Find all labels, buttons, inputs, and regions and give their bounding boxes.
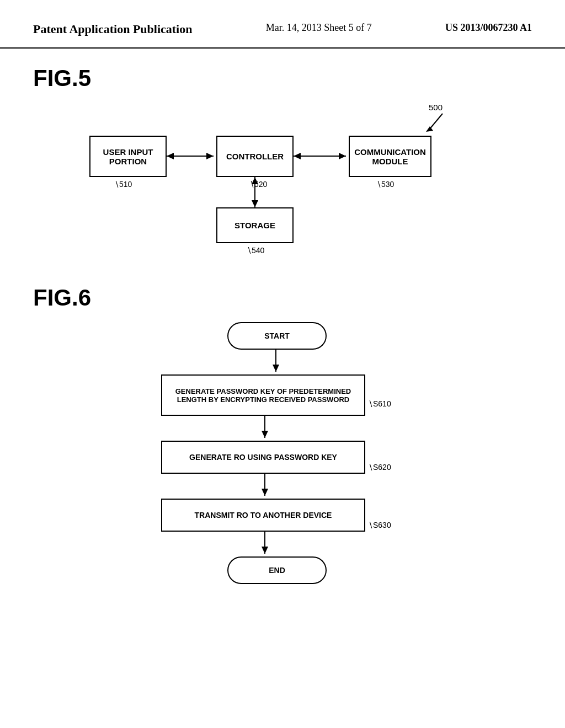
svg-marker-6 — [339, 153, 346, 159]
user-input-box: USER INPUTPORTION — [89, 136, 167, 177]
arrow-start-step1 — [270, 350, 281, 374]
arrow-user-controller — [167, 152, 216, 163]
step2-box: GENERATE RO USING PASSWORD KEY — [161, 441, 365, 474]
fig6-diagram: START GENERATE PASSWORD KEY OF PREDETERM… — [145, 322, 420, 642]
sheet-info: Mar. 14, 2013 Sheet 5 of 7 — [266, 22, 372, 34]
comm-module-box: COMMUNICATIONMODULE — [349, 136, 431, 177]
fig5-label: FIG.5 — [33, 65, 532, 92]
arrow-step3-end — [259, 532, 270, 556]
svg-marker-10 — [252, 177, 258, 184]
controller-box: CONTROLLER — [216, 136, 294, 177]
svg-marker-7 — [294, 153, 301, 159]
ref-500-arrow — [423, 111, 445, 133]
arrow-controller-comm — [294, 152, 349, 163]
svg-marker-14 — [262, 431, 268, 438]
step3-box: TRANSMIT RO TO ANOTHER DEVICE — [161, 499, 365, 532]
storage-box: STORAGE — [216, 207, 294, 243]
svg-marker-12 — [273, 365, 279, 372]
arrow-controller-storage — [249, 177, 260, 210]
ref-530: ∖530 — [376, 180, 394, 189]
svg-marker-1 — [426, 126, 433, 132]
patent-number: US 2013/0067230 A1 — [445, 22, 532, 34]
arrow-step1-step2 — [259, 416, 270, 441]
page-header: Patent Application Publication Mar. 14, … — [0, 0, 565, 49]
fig5-section: FIG.5 500 USER INPUTPORTION ∖510 CONTROL… — [0, 49, 565, 274]
end-box: END — [227, 556, 327, 584]
step1-box: GENERATE PASSWORD KEY OF PREDETERMINEDLE… — [161, 374, 365, 416]
svg-marker-4 — [167, 153, 174, 159]
fig6-label: FIG.6 — [33, 285, 532, 311]
ref-510: ∖510 — [114, 180, 132, 189]
ref-s620: ∖S620 — [368, 463, 391, 472]
ref-s630: ∖S630 — [368, 521, 391, 529]
fig6-section: FIG.6 START GENERATE PASSWORD KEY OF PRE… — [0, 274, 565, 659]
svg-marker-9 — [252, 200, 258, 207]
publication-title: Patent Application Publication — [33, 22, 192, 36]
arrow-step2-step3 — [259, 474, 270, 499]
fig5-diagram: 500 USER INPUTPORTION ∖510 CONTROLLER ∖5… — [89, 103, 476, 257]
start-box: START — [227, 322, 327, 350]
svg-marker-18 — [262, 547, 268, 554]
svg-marker-16 — [262, 489, 268, 496]
ref-s610: ∖S610 — [368, 399, 391, 408]
ref-540: ∖540 — [247, 246, 264, 255]
svg-marker-3 — [206, 153, 214, 159]
